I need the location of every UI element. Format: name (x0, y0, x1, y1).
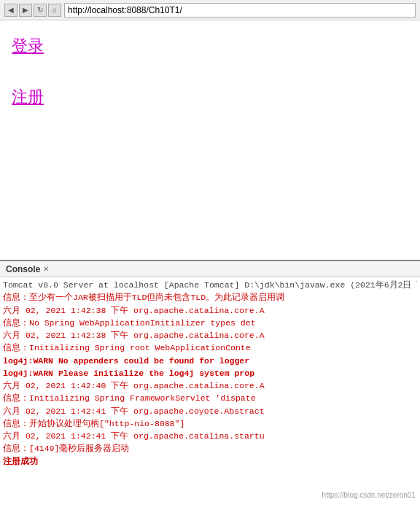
address-bar[interactable] (64, 3, 416, 18)
console-line: 信息：Initializing Spring root WebApplicati… (3, 341, 417, 354)
console-line: 信息：[4149]毫秒后服务器启动 (3, 442, 417, 455)
console-line: 六月 02, 2021 1:42:41 下午 org.apache.coyote… (3, 405, 417, 417)
console-line: 六月 02, 2021 1:42:38 下午 org.apache.catali… (3, 304, 417, 317)
console-header: Console ✕ (0, 261, 420, 277)
console-line: 六月 02, 2021 1:42:41 下午 org.apache.catali… (3, 430, 417, 442)
console-line: 信息：至少有一个JAR被扫描用于TLD但尚未包含TLD。为此记录器启用调 (3, 291, 417, 304)
forward-button[interactable]: ▶ (19, 4, 32, 17)
console-body: Tomcat v8.0 Server at localhost [Apache … (0, 277, 420, 521)
console-line: log4j:WARN Please initialize the log4j s… (3, 367, 417, 379)
console-line: log4j:WARN No appenders could be found f… (3, 355, 417, 367)
console-line: 信息：No Spring WebApplicationInitializer t… (3, 317, 417, 329)
refresh-button[interactable]: ↻ (34, 4, 47, 17)
console-line: 六月 02, 2021 1:42:38 下午 org.apache.catali… (3, 329, 417, 341)
register-link[interactable]: 注册 (12, 86, 408, 108)
home-button[interactable]: ⌂ (48, 4, 61, 17)
console-tab-close[interactable]: ✕ (43, 265, 49, 273)
console-line: 注册成功 (3, 455, 417, 468)
console-line: Tomcat v8.0 Server at localhost [Apache … (3, 279, 417, 291)
back-button[interactable]: ◀ (4, 4, 18, 17)
console-tab-label[interactable]: Console (6, 264, 40, 274)
console-line: 信息：开始协议处理句柄["http-nio-8088"] (3, 417, 417, 430)
page-content: 登录 注册 (0, 20, 420, 261)
login-link[interactable]: 登录 (12, 35, 408, 57)
console-line: 信息：Initializing Spring FrameworkServlet … (3, 392, 417, 404)
console-panel: Console ✕ Tomcat v8.0 Server at localhos… (0, 261, 420, 521)
console-line: 六月 02, 2021 1:42:40 下午 org.apache.catali… (3, 379, 417, 392)
watermark: https://blog.csdn.net/zeron01 (322, 491, 416, 499)
nav-buttons: ◀ ▶ ↻ ⌂ (4, 4, 61, 17)
browser-toolbar: ◀ ▶ ↻ ⌂ (0, 0, 420, 20)
